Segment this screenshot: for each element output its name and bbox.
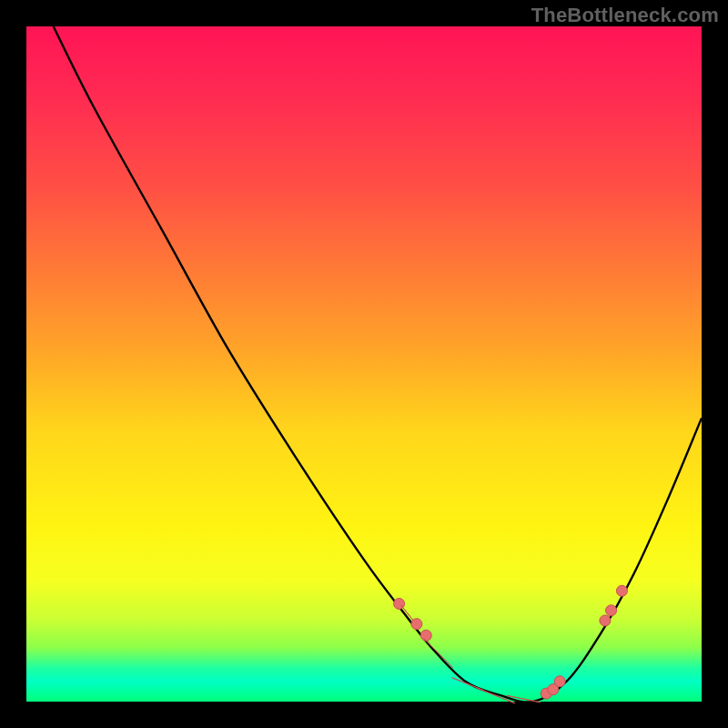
curve-marker-dot — [420, 630, 431, 641]
curve-marker-pill — [477, 688, 514, 703]
chart-plot-area — [26, 26, 702, 702]
curve-marker-dot — [606, 605, 617, 616]
attribution-text: TheBottleneck.com — [531, 4, 719, 27]
curve-marker-dot — [554, 676, 565, 687]
curve-marker-dot — [600, 615, 611, 626]
figure-container: TheBottleneck.com — [0, 0, 728, 728]
chart-svg — [26, 26, 702, 702]
curve-marker-dot — [616, 585, 627, 596]
curve-marker-dot — [411, 619, 422, 630]
bottleneck-curve — [54, 26, 702, 703]
curve-marker-pill — [424, 639, 452, 667]
